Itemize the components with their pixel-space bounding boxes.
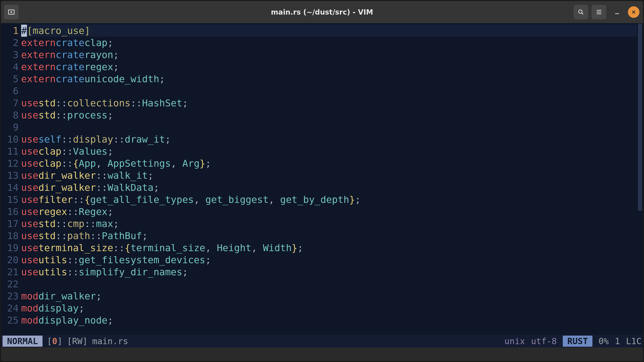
file-format: unix	[504, 336, 525, 346]
token: ;	[153, 182, 159, 194]
menu-button[interactable]	[592, 5, 606, 19]
token: unicode_width	[85, 73, 159, 85]
code-line[interactable]: mod display_node;	[21, 314, 643, 326]
code-line[interactable]: mod display;	[21, 302, 643, 314]
search-button[interactable]	[574, 5, 588, 19]
new-tab-icon	[8, 8, 15, 16]
code-line[interactable]: use std::collections::HashSet;	[21, 97, 643, 109]
code-line[interactable]: extern crate rayon;	[21, 49, 643, 61]
token: use	[21, 109, 38, 121]
code-line[interactable]: use clap::Values;	[21, 145, 643, 157]
code-line[interactable]: use self::display::draw_it;	[21, 133, 643, 145]
token: extern	[21, 49, 56, 61]
token: ;	[113, 49, 119, 61]
window-title: main.rs (~/dust/src) - VIM	[1, 8, 643, 16]
token: mod	[21, 314, 38, 326]
token: ;	[355, 194, 361, 206]
code-line[interactable]: use dir_walker::walk_it;	[21, 169, 643, 182]
code-line[interactable]	[21, 121, 643, 133]
code-line[interactable]: use terminal_size::{terminal_size, Heigh…	[21, 242, 643, 254]
scrollbar[interactable]	[637, 23, 643, 335]
new-tab-button[interactable]	[4, 5, 19, 19]
line-number-gutter: 1234567891011121314151617181920212223242…	[1, 23, 21, 335]
token: display	[38, 302, 79, 314]
token: HashSet	[142, 97, 182, 109]
token: use	[21, 194, 38, 206]
line-number: 8	[1, 109, 21, 121]
code-line[interactable]	[21, 85, 643, 97]
line-number: 16	[1, 206, 21, 218]
token: use	[21, 206, 38, 218]
code-line[interactable]: mod dir_walker;	[21, 290, 643, 302]
token: extern	[21, 37, 56, 49]
code-line[interactable]: use utils::get_filesystem_devices;	[21, 254, 643, 266]
token: {	[125, 242, 131, 254]
scrollbar-thumb[interactable]	[638, 24, 642, 211]
token: ,	[171, 157, 182, 169]
code-line[interactable]: use regex::Regex;	[21, 206, 643, 218]
token: use	[21, 133, 38, 145]
editor-area[interactable]: 1234567891011121314151617181920212223242…	[1, 23, 643, 335]
token: ;	[182, 97, 188, 109]
code-line[interactable]: use std::process;	[21, 109, 643, 121]
token: AppSettings	[107, 157, 171, 169]
line-number: 6	[1, 85, 21, 97]
line-number: 21	[1, 266, 21, 278]
close-button[interactable]	[628, 6, 639, 18]
buffer-number: [0]	[47, 336, 62, 346]
code-line[interactable]: use std::path::PathBuf;	[21, 230, 643, 242]
code-line[interactable]: use dir_walker::WalkData;	[21, 182, 643, 194]
hamburger-icon	[595, 9, 602, 16]
token: WalkData	[107, 182, 153, 194]
code-line[interactable]: use std::cmp::max;	[21, 218, 643, 230]
token: crate	[56, 37, 84, 49]
token: std	[38, 230, 56, 242]
token: ;	[113, 61, 119, 73]
line-number: 2	[1, 37, 21, 49]
token: ;	[142, 230, 148, 242]
code-line[interactable]	[21, 278, 643, 290]
token: display	[73, 133, 113, 145]
token: crate	[56, 73, 84, 85]
code-line[interactable]: use filter::{get_all_file_types, get_big…	[21, 194, 643, 206]
code-line[interactable]: #[macro_use]	[21, 25, 643, 37]
minimize-button[interactable]	[610, 5, 624, 19]
token: ;	[107, 109, 113, 121]
code-line[interactable]: extern crate unicode_width;	[21, 73, 643, 85]
token: use	[21, 157, 38, 169]
token: Values	[73, 145, 107, 157]
line-number: 19	[1, 242, 21, 254]
line-number: 13	[1, 169, 21, 182]
code-line[interactable]: use clap::{App, AppSettings, Arg};	[21, 157, 643, 169]
code-line[interactable]: use utils::simplify_dir_names;	[21, 266, 643, 278]
token: use	[21, 230, 38, 242]
token: ::	[67, 266, 79, 278]
line-number: 4	[1, 61, 21, 73]
token: ::	[90, 230, 102, 242]
token: ::	[56, 218, 67, 230]
token: {	[85, 194, 90, 206]
token: ;	[107, 206, 113, 218]
token: dir_walker	[38, 182, 96, 194]
minimize-icon	[614, 9, 620, 15]
token: ;	[107, 314, 113, 326]
code-content[interactable]: #[macro_use]extern crate clap;extern cra…	[21, 23, 643, 335]
rw-indicator: [RW]	[67, 336, 88, 346]
token: dir_walker	[38, 290, 96, 302]
token: Regex	[79, 206, 107, 218]
token: get_by_depth	[280, 194, 349, 206]
scroll-percent: 0%	[598, 336, 609, 346]
code-line[interactable]: extern crate clap;	[21, 37, 643, 49]
token: rayon	[85, 49, 113, 61]
titlebar: main.rs (~/dust/src) - VIM	[1, 1, 643, 23]
token: ::	[85, 218, 96, 230]
token: process	[67, 109, 107, 121]
token: App	[79, 157, 96, 169]
token: ;	[79, 302, 85, 314]
code-line[interactable]: extern crate regex;	[21, 61, 643, 73]
line-number: 14	[1, 182, 21, 194]
token: ::	[113, 133, 125, 145]
token: clap	[38, 157, 62, 169]
token: get_filesystem_devices	[79, 254, 205, 266]
cursor: #	[21, 25, 27, 37]
